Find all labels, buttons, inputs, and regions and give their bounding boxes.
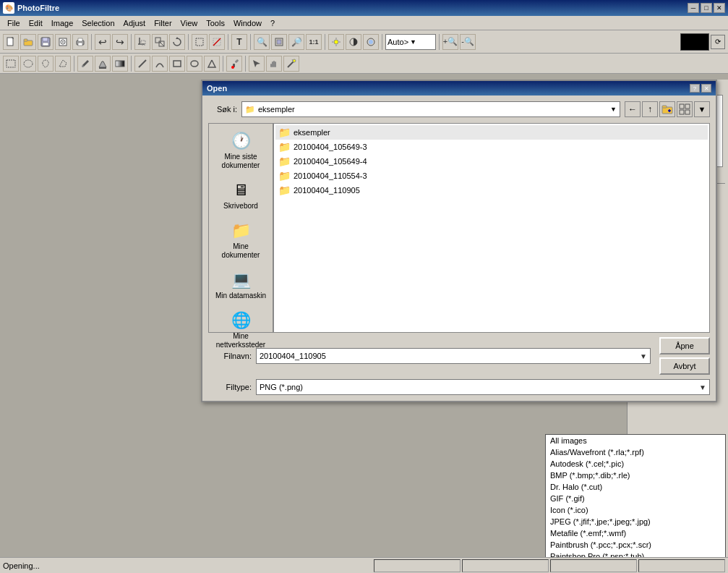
curve-button[interactable] — [152, 56, 168, 72]
dialog-main: 🕐 Mine sistedokumenter 🖥 Skrivebord 📁 Mi… — [208, 123, 710, 333]
back-button[interactable]: ← — [625, 101, 641, 117]
svg-rect-15 — [155, 38, 160, 43]
lasso-button[interactable] — [38, 56, 53, 72]
filetype-option-alias[interactable]: Alias/Wavefront (*.rla;*.rpf) — [546, 446, 725, 458]
view-toggle-button[interactable] — [677, 101, 693, 117]
text-button[interactable]: T — [231, 34, 247, 50]
zoom-100-button[interactable]: 1:1 — [306, 34, 322, 50]
new-button[interactable] — [3, 34, 19, 50]
undo-button[interactable]: ↩ — [95, 34, 111, 50]
zoom-out-2-button[interactable]: -🔍 — [460, 34, 476, 50]
marquee-ellipse-button[interactable] — [20, 56, 36, 72]
contrast-button[interactable] — [346, 34, 361, 50]
menu-window[interactable]: Window — [229, 17, 266, 29]
hue-sat-button[interactable] — [363, 34, 379, 50]
print-preview-button[interactable] — [55, 34, 71, 50]
zoom-in-2-button[interactable]: +🔍 — [442, 34, 458, 50]
shortcut-recent[interactable]: 🕐 Mine sistedokumenter — [212, 127, 270, 173]
select-button[interactable] — [192, 34, 207, 50]
eyedropper-button[interactable] — [226, 56, 242, 72]
shortcuts-panel: 🕐 Mine sistedokumenter 🖥 Skrivebord 📁 Mi… — [208, 123, 273, 333]
paint-button[interactable] — [77, 56, 93, 72]
menu-selection[interactable]: Selection — [77, 17, 119, 29]
file-item-4[interactable]: 📁 20100404_110905 — [275, 183, 708, 198]
filetype-option-drhalo[interactable]: Dr. Halo (*.cut) — [546, 481, 725, 493]
view-dropdown-button[interactable]: ▼ — [694, 101, 710, 117]
filetype-option-gif[interactable]: GIF (*.gif) — [546, 493, 725, 504]
redo-button[interactable]: ↪ — [112, 34, 128, 50]
color-swatch[interactable] — [680, 33, 709, 51]
menu-filter[interactable]: Filter — [150, 17, 176, 29]
recent-icon: 🕐 — [229, 130, 252, 153]
filetype-option-autodesk[interactable]: Autodesk (*.cel;*.pic) — [546, 458, 725, 470]
brightness-button[interactable] — [328, 34, 344, 50]
shortcut-desktop[interactable]: 🖥 Skrivebord — [212, 176, 270, 213]
close-button[interactable]: ✕ — [714, 3, 725, 13]
resize-button[interactable] — [152, 34, 168, 50]
polygon-lasso-button[interactable] — [55, 56, 71, 72]
filetype-option-paintbrush[interactable]: Paintbrush (*.pcc;*.pcx;*.scr) — [546, 539, 725, 551]
zoom-out-button[interactable]: 🔎 — [288, 34, 304, 50]
filetype-option-all[interactable]: All images — [546, 435, 725, 446]
gradient-button[interactable] — [112, 56, 128, 72]
deselect-button[interactable] — [209, 34, 225, 50]
maximize-button[interactable]: □ — [701, 3, 712, 13]
menu-edit[interactable]: Edit — [25, 17, 47, 29]
file-item-1[interactable]: 📁 20100404_105649-3 — [275, 140, 708, 154]
crop-button[interactable] — [134, 34, 150, 50]
rotate-button[interactable] — [169, 34, 185, 50]
svg-rect-43 — [272, 61, 273, 67]
open-action-button[interactable]: Åpne — [659, 337, 710, 355]
svg-rect-11 — [78, 43, 82, 46]
dialog-close-button[interactable]: ✕ — [701, 84, 711, 93]
save-button[interactable] — [38, 34, 53, 50]
minimize-button[interactable]: ─ — [688, 3, 699, 13]
action-buttons: Åpne Avbryt — [659, 337, 710, 375]
shortcut-mycomputer[interactable]: 💻 Min datamaskin — [212, 266, 270, 303]
filetype-option-paintshop[interactable]: Paintshop Pro (*.psp;*.tub) — [546, 551, 725, 557]
new-folder-button[interactable] — [659, 101, 675, 117]
rect-button[interactable] — [169, 56, 185, 72]
file-list[interactable]: 📁 eksempler 📁 20100404_105649-3 📁 201004… — [273, 123, 710, 333]
line-button[interactable] — [134, 56, 150, 72]
filetype-option-bmp[interactable]: BMP (*.bmp;*.dib;*.rle) — [546, 470, 725, 481]
hand-button[interactable] — [266, 56, 282, 72]
filename-input[interactable]: 20100404_110905 ▼ — [256, 348, 651, 364]
open-button[interactable] — [20, 34, 36, 50]
arrow-button[interactable] — [249, 56, 265, 72]
triangle-button[interactable] — [204, 56, 220, 72]
menu-view[interactable]: View — [176, 17, 202, 29]
shortcut-mydocs[interactable]: 📁 Minedokumenter — [212, 216, 270, 263]
auto-mode-dropdown[interactable]: Auto> ▼ — [385, 34, 436, 50]
up-button[interactable]: ↑ — [642, 101, 658, 117]
svg-line-49 — [292, 59, 293, 61]
file-item-2[interactable]: 📁 20100404_105649-4 — [275, 154, 708, 169]
menu-file[interactable]: File — [3, 17, 25, 29]
app-icon: 🎨 — [3, 2, 14, 14]
menu-adjust[interactable]: Adjust — [119, 17, 150, 29]
file-item-3[interactable]: 📁 20100404_110554-3 — [275, 169, 708, 183]
ellipse-button[interactable] — [187, 56, 202, 72]
menu-image[interactable]: Image — [47, 17, 78, 29]
filetype-option-icon[interactable]: Icon (*.ico) — [546, 504, 725, 516]
filetype-input[interactable]: PNG (*.png) ▼ — [256, 379, 710, 395]
fill-button[interactable] — [95, 56, 111, 72]
dialog-help-button[interactable]: ? — [690, 84, 700, 93]
zoom-fit-button[interactable] — [271, 34, 287, 50]
menu-help[interactable]: ? — [266, 17, 279, 29]
print-button[interactable] — [72, 34, 88, 50]
marquee-rect-button[interactable] — [3, 56, 19, 72]
folder-header-item[interactable]: 📁 eksempler — [275, 125, 708, 140]
cancel-action-button[interactable]: Avbryt — [659, 357, 710, 375]
svg-rect-23 — [277, 40, 281, 44]
filetype-option-metafile[interactable]: Metafile (*.emf;*.wmf) — [546, 527, 725, 539]
status-sections — [374, 559, 725, 572]
look-in-dropdown[interactable]: 📁 eksempler ▼ — [241, 101, 620, 117]
mode-button[interactable]: ⟳ — [711, 35, 725, 49]
menu-tools[interactable]: Tools — [202, 17, 229, 29]
filetype-option-jpeg[interactable]: JPEG (*.jfif;*.jpe;*.jpeg;*.jpg) — [546, 516, 725, 527]
filetype-dropdown-list[interactable]: All images Alias/Wavefront (*.rla;*.rpf)… — [545, 434, 726, 557]
file-item-4-icon: 📁 — [278, 184, 291, 196]
magic-wand-button[interactable] — [283, 56, 299, 72]
zoom-in-button[interactable]: 🔍 — [254, 34, 270, 50]
